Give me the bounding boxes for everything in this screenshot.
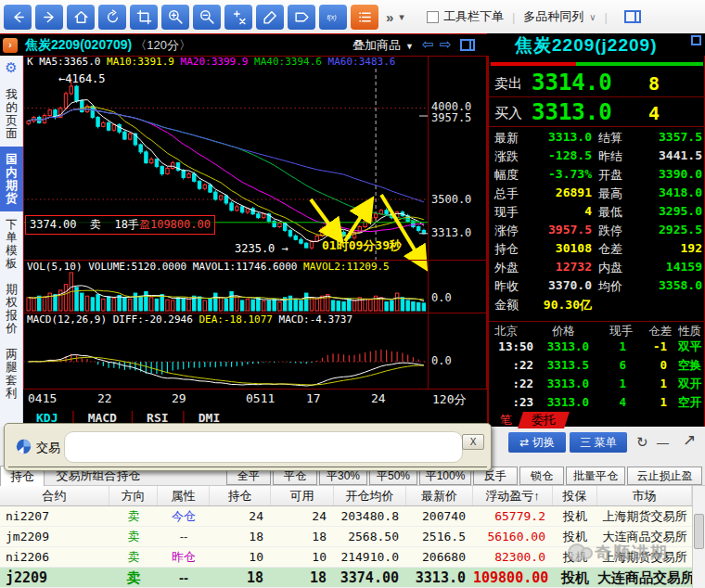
sidebar-item-3[interactable]: 期权报价 (0, 276, 23, 341)
formula-button[interactable] (224, 5, 252, 30)
layout-split-icon[interactable] (624, 10, 641, 23)
tab-tick[interactable]: 笔 (500, 412, 512, 428)
column-header: 投保 (553, 486, 597, 505)
toolbar-order-checkbox-label[interactable]: 工具栏下单 (443, 8, 504, 25)
formula-icon (231, 9, 247, 25)
candlestick-chart[interactable]: K MA5:3365.0 MA10:3391.9 MA20:3399.9 MA4… (23, 56, 487, 427)
quote-info-row: 昨收3370.0均价3358.0 (489, 276, 705, 295)
settings-gear-icon[interactable]: ⚙ (0, 56, 22, 82)
action-button-7[interactable]: 批量平仓 (566, 467, 625, 485)
overlay-caret-icon[interactable]: ▼ (405, 42, 414, 51)
trade-app-icon (16, 439, 32, 454)
column-header: 开仓均价 (334, 486, 406, 505)
position-row-ni2207[interactable]: ni2207卖今仓2424203480.820074065779.2投机上海期货… (0, 506, 692, 527)
x-axis-tick: 0511 (246, 391, 275, 405)
ask-qty: 8 (648, 72, 660, 95)
zoom-in-icon (168, 9, 184, 25)
function-icon: f(x) (326, 9, 341, 25)
menu-button[interactable]: 三 菜单 (570, 432, 627, 453)
column-header: 浮动盈亏↑ (473, 486, 553, 505)
ask-row: 卖出 3314.0 8 (489, 69, 705, 97)
expand-arrow-icon[interactable]: ↗ (683, 430, 696, 450)
chart-symbol-label: 焦炭2209(020709) (25, 37, 132, 54)
x-axis-tick: 22 (97, 391, 112, 405)
sidebar-item-4[interactable]: 两腿套利 (0, 341, 23, 406)
multi-symbol-dropdown[interactable]: 多品种同列 (523, 8, 583, 25)
position-order-flag[interactable]: 3374.00 卖 18手盈109800.00 (25, 215, 215, 235)
column-header: 持仓 (210, 486, 271, 505)
quote-info-row: 涨停3957.5跌停2925.5 (489, 221, 705, 239)
table-scrollbar[interactable] (692, 486, 705, 588)
svg-text:f(x): f(x) (327, 14, 336, 21)
column-header: 可用 (271, 486, 334, 505)
chart-x-axis: 0415222905111724120分 (23, 390, 487, 408)
tag-button[interactable] (288, 5, 315, 30)
list-icon (357, 9, 373, 25)
bid-ask-ratio-bar (491, 62, 703, 66)
trade-window-title: 交易 (36, 440, 60, 456)
home-button[interactable] (67, 5, 95, 30)
toolbar-collapse-button[interactable]: ▾ (399, 11, 404, 23)
quote-info-row: 外盘12732内盘14159 (489, 258, 705, 276)
main-toolbar: f(x) » ▾ 工具栏下单 | 多品种同列 ∨ | (0, 0, 705, 33)
position-row-j2209[interactable]: j2209卖--18183374.003313.0109800.00投机大连商品… (0, 568, 692, 588)
quote-info-row: 持仓30108仓差192 (489, 239, 705, 258)
countdown-label: 01时09分39秒 (322, 237, 402, 254)
column-header: 市场 (597, 486, 692, 505)
sidebar-item-0[interactable]: 我的页面 (0, 82, 23, 147)
chart-layout-icon[interactable] (460, 39, 475, 51)
quote-info-row: 最新3313.0结算3357.5 (489, 128, 705, 147)
y-axis-label: 3313.0 (431, 226, 471, 239)
toolbar-divider-2: | (605, 10, 608, 24)
high-price-label: ←4164.5 (58, 72, 106, 85)
zoom-out-button[interactable] (193, 5, 221, 30)
chart-next-icon[interactable]: ⇨ (440, 36, 452, 53)
screenshot-button[interactable] (130, 5, 158, 30)
refresh-button[interactable] (98, 5, 126, 30)
action-button-8[interactable]: 云止损止盈 (627, 467, 702, 485)
toolbar-more-button[interactable]: » (386, 9, 393, 25)
draw-button[interactable] (256, 5, 284, 30)
chart-period-label: 〈120分〉 (135, 37, 191, 54)
column-header: 方向 (109, 486, 158, 505)
positions-table-header: 合约方向属性持仓可用开仓均价最新价浮动盈亏↑投保市场 (0, 486, 692, 506)
quote-panel: 卖出 3314.0 8 买入 3313.0 4 最新3313.0结算3357.5… (487, 56, 705, 427)
home-icon (73, 9, 89, 25)
back-button[interactable] (4, 5, 32, 30)
toolbar-divider: | (512, 10, 515, 24)
y-axis-label: 3500.0 (431, 193, 471, 206)
bid-qty: 4 (648, 102, 660, 124)
column-header: 最新价 (406, 486, 473, 505)
zoom-out-icon (199, 9, 215, 25)
minimize-icon[interactable]: — (657, 436, 669, 450)
toolbar-order-checkbox[interactable] (427, 11, 439, 23)
sidebar-expand-button[interactable]: › (3, 38, 18, 53)
chart-prev-icon[interactable]: ⇦ (422, 36, 434, 53)
switch-button[interactable]: ⇄ 切换 (508, 432, 566, 453)
quote-info-row: 现手4最低3295.0 (489, 202, 705, 221)
overlay-commodity-button[interactable]: 叠加商品 (352, 37, 401, 54)
forward-icon (42, 9, 58, 25)
zoom-in-button[interactable] (161, 5, 189, 30)
scrollbar-thumb[interactable] (694, 514, 704, 549)
trade-window-close-button[interactable]: X (462, 434, 484, 450)
forward-button[interactable] (35, 5, 63, 30)
list-button[interactable] (351, 5, 378, 30)
tick-table-header: 北京价格现手仓差性质 (489, 321, 705, 337)
trade-floating-window[interactable]: 交易 X (4, 423, 492, 471)
quote-window-icon[interactable] (691, 35, 701, 45)
multi-symbol-caret-icon[interactable]: ∨ (589, 12, 596, 22)
sidebar-item-1[interactable]: 国内期货 (0, 147, 23, 211)
tick-tab-row: 笔 委托 (489, 412, 705, 427)
tab-orders[interactable]: 委托 (518, 412, 570, 428)
refresh-small-icon[interactable]: ↻ (636, 434, 648, 451)
quote-info-row: 总手26891最高3418.0 (489, 184, 705, 202)
quote-info-row: 幅度-3.73%开盘3390.0 (489, 165, 705, 184)
function-button[interactable]: f(x) (319, 5, 347, 30)
back-icon (10, 9, 26, 25)
bid-row: 买入 3313.0 4 (489, 98, 705, 127)
y-axis-label: 0.0 (431, 291, 452, 304)
action-button-6[interactable]: 锁仓 (519, 467, 564, 485)
sidebar-item-2[interactable]: 下单模板 (0, 211, 23, 276)
left-sidebar: ⚙ 我的页面国内期货下单模板期权报价两腿套利 (0, 56, 23, 427)
